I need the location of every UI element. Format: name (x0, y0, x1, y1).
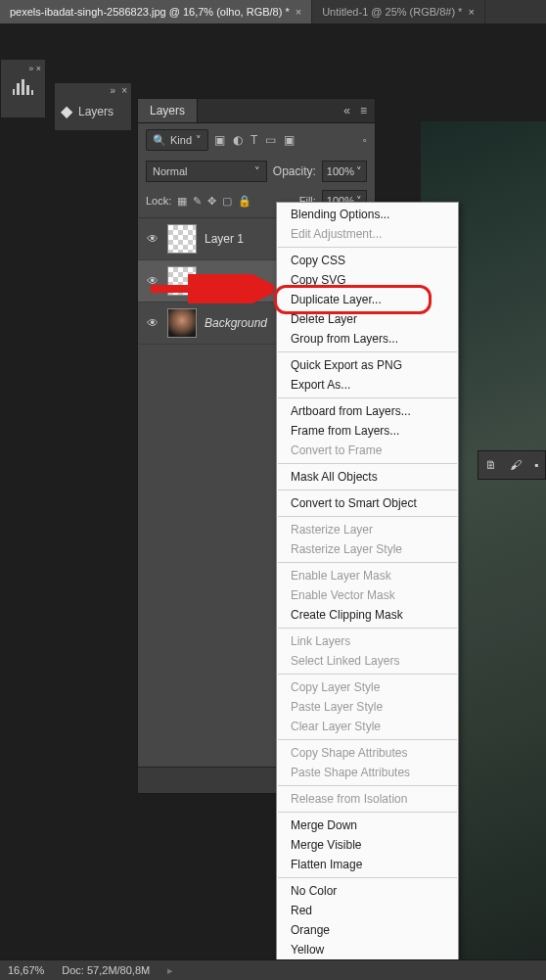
chevron-down-icon: ˅ (196, 134, 202, 147)
visibility-eye-icon[interactable]: 👁 (146, 274, 159, 288)
search-icon: 🔍 (153, 134, 166, 147)
menu-item: Copy Shape Attributes (277, 743, 458, 763)
opacity-value: 100% (327, 165, 354, 177)
layers-collapsed-panel[interactable]: »× ◆ Layers (54, 82, 132, 131)
chevron-down-icon: ˅ (254, 165, 260, 178)
collapse-icon[interactable]: » (111, 85, 116, 96)
menu-item: Clear Layer Style (277, 717, 458, 736)
layers-panel-header: Layers « ≡ (138, 99, 375, 123)
right-tool-dock[interactable]: 🗎 🖌 ▪ (478, 450, 546, 480)
zoom-level[interactable]: 16,67% (8, 964, 44, 976)
layers-filter-row: 🔍 Kind ˅ ▣ ◐ T ▭ ▣ ◦ (138, 123, 375, 157)
blend-opacity-row: Normal ˅ Opacity: 100% ˅ (138, 157, 375, 186)
menu-separator (278, 516, 457, 517)
document-tab-label: Untitled-1 @ 25% (RGB/8#) * (322, 6, 462, 18)
menu-separator (278, 463, 457, 464)
blend-mode-select[interactable]: Normal ˅ (146, 161, 267, 182)
menu-item[interactable]: Flatten Image (277, 855, 458, 874)
menu-item[interactable]: Frame from Layers... (277, 421, 458, 441)
menu-item: Enable Vector Mask (277, 585, 458, 605)
menu-icon[interactable]: ≡ (360, 104, 367, 117)
menu-separator (278, 739, 457, 740)
visibility-eye-icon[interactable]: 👁 (146, 232, 159, 246)
menu-separator (278, 674, 457, 675)
menu-item[interactable]: Export As... (277, 375, 458, 395)
smartobject-filter-icon[interactable]: ▣ (284, 133, 295, 147)
layer-name[interactable]: Background (205, 316, 267, 330)
adjustment-filter-icon[interactable]: ◐ (233, 133, 243, 147)
kind-filter-label: Kind (170, 134, 192, 146)
note-icon[interactable]: 🗎 (485, 458, 497, 472)
menu-item[interactable]: Merge Down (277, 816, 458, 835)
lock-transparent-icon[interactable]: ▦ (177, 195, 187, 208)
menu-item[interactable]: Duplicate Layer... (277, 290, 458, 309)
brush-icon[interactable]: 🖌 (510, 458, 522, 472)
menu-item: Edit Adjustment... (277, 224, 458, 244)
close-icon[interactable]: × (121, 85, 127, 96)
shape-filter-icon[interactable]: ▭ (265, 133, 276, 147)
close-icon[interactable]: × (468, 6, 474, 18)
menu-item[interactable]: Copy SVG (277, 270, 458, 290)
filter-toggle-icon[interactable]: ◦ (363, 133, 367, 147)
collapse-icon[interactable]: » × (28, 64, 41, 73)
lock-all-icon[interactable]: 🔒 (238, 195, 251, 208)
menu-item: Paste Layer Style (277, 697, 458, 717)
layer-thumbnail[interactable] (167, 224, 197, 254)
swatch-icon[interactable]: ▪ (534, 458, 538, 472)
opacity-label: Opacity: (273, 164, 316, 178)
menu-item[interactable]: Create Clipping Mask (277, 605, 458, 625)
menu-item[interactable]: No Color (277, 881, 458, 901)
menu-item[interactable]: Copy CSS (277, 251, 458, 270)
chevron-down-icon: ˅ (356, 165, 362, 178)
document-tab-inactive[interactable]: Untitled-1 @ 25% (RGB/8#) * × (312, 0, 485, 23)
menu-item[interactable]: Delete Layer (277, 309, 458, 329)
menu-separator (278, 490, 457, 490)
menu-item[interactable]: Convert to Smart Object (277, 493, 458, 513)
layer-context-menu: Blending Options...Edit Adjustment...Cop… (276, 202, 459, 980)
menu-item[interactable]: Yellow (277, 940, 458, 959)
menu-item[interactable]: Blending Options... (277, 205, 458, 224)
doc-size: Doc: 57,2M/80,8M (62, 964, 150, 976)
layers-tab-label: Layers (150, 104, 185, 117)
document-tabs: pexels-ibadat-singh-2586823.jpg @ 16,7% … (0, 0, 546, 24)
layer-name[interactable]: Layer 1 (205, 232, 244, 246)
menu-item[interactable]: Group from Layers... (277, 329, 458, 349)
document-tab-active[interactable]: pexels-ibadat-singh-2586823.jpg @ 16,7% … (0, 0, 312, 23)
type-filter-icon[interactable]: T (250, 133, 257, 147)
layers-icon: ◆ (61, 102, 72, 120)
menu-separator (278, 397, 457, 398)
menu-item: Copy Layer Style (277, 677, 458, 697)
layer-name[interactable]: olho (205, 274, 227, 288)
layers-tab[interactable]: Layers (138, 99, 198, 122)
menu-separator (278, 812, 457, 813)
collapse-icon[interactable]: « (343, 104, 350, 117)
menu-item[interactable]: Orange (277, 920, 458, 940)
lock-image-icon[interactable]: ✎ (193, 195, 202, 208)
layers-collapsed-label: Layers (78, 105, 114, 118)
menu-item: Select Linked Layers (277, 651, 458, 671)
menu-item: Convert to Frame (277, 441, 458, 460)
lock-label: Lock: (146, 195, 171, 207)
kind-filter-select[interactable]: 🔍 Kind ˅ (146, 129, 208, 151)
visibility-eye-icon[interactable]: 👁 (146, 316, 159, 330)
lock-artboard-icon[interactable]: ▢ (222, 195, 232, 208)
menu-item: Enable Layer Mask (277, 566, 458, 585)
menu-separator (278, 351, 457, 352)
status-chevron-icon[interactable]: ▸ (167, 964, 173, 977)
menu-item[interactable]: Mask All Objects (277, 467, 458, 487)
menu-item[interactable]: Red (277, 901, 458, 920)
histogram-dock[interactable]: » × (0, 59, 46, 118)
opacity-input[interactable]: 100% ˅ (322, 161, 367, 182)
lock-position-icon[interactable]: ✥ (207, 195, 216, 208)
menu-item[interactable]: Artboard from Layers... (277, 401, 458, 421)
layer-thumbnail[interactable] (167, 308, 197, 338)
menu-separator (278, 877, 457, 878)
layer-thumbnail[interactable] (167, 266, 197, 296)
close-icon[interactable]: × (296, 6, 301, 18)
histogram-icon (13, 77, 34, 95)
menu-item: Rasterize Layer Style (277, 539, 458, 559)
menu-item[interactable]: Merge Visible (277, 835, 458, 855)
pixel-layer-filter-icon[interactable]: ▣ (214, 133, 225, 147)
menu-item[interactable]: Quick Export as PNG (277, 355, 458, 375)
menu-item: Release from Isolation (277, 789, 458, 809)
